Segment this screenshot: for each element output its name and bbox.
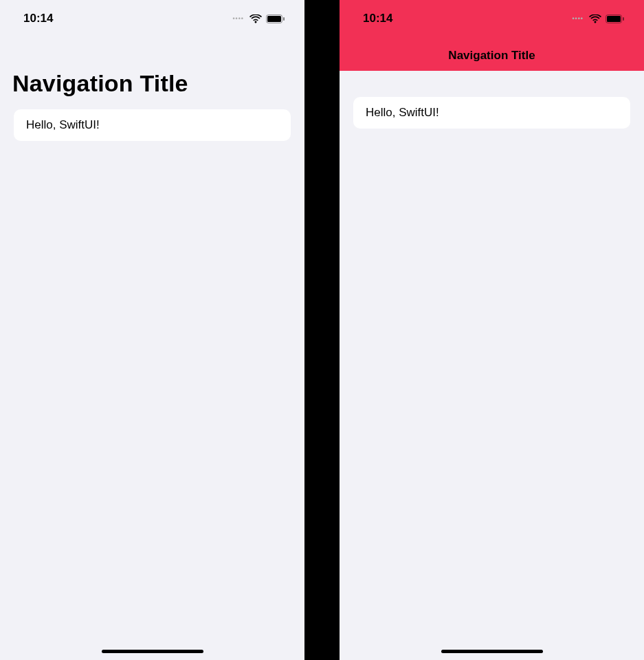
status-time: 10:14 — [363, 12, 392, 25]
status-right: •••• — [232, 14, 285, 23]
phone-screen-right: Navigation Title 10:14 •••• Hello, Swift… — [340, 0, 644, 660]
wifi-icon — [589, 14, 601, 23]
list-content[interactable]: Hello, SwiftUI! — [0, 104, 304, 146]
battery-icon — [606, 14, 625, 23]
home-indicator[interactable] — [441, 650, 543, 653]
status-time: 10:14 — [23, 12, 53, 25]
status-bar: 10:14 •••• — [0, 0, 304, 37]
svg-rect-2 — [283, 17, 285, 21]
battery-icon — [266, 14, 285, 23]
svg-rect-5 — [623, 17, 624, 21]
status-right: •••• — [572, 14, 625, 23]
svg-rect-1 — [267, 16, 281, 22]
home-indicator[interactable] — [102, 650, 203, 653]
svg-rect-4 — [607, 16, 621, 22]
list-row[interactable]: Hello, SwiftUI! — [353, 97, 630, 129]
divider-gap — [304, 0, 340, 660]
navigation-bar-large: Navigation Title — [0, 37, 304, 104]
list-content[interactable]: Hello, SwiftUI! — [340, 97, 644, 129]
status-bar: 10:14 •••• — [340, 0, 644, 37]
cellular-dots-icon: •••• — [572, 15, 584, 22]
cellular-dots-icon: •••• — [232, 15, 244, 22]
list-row[interactable]: Hello, SwiftUI! — [14, 109, 291, 141]
navigation-title-large: Navigation Title — [12, 70, 292, 97]
phone-screen-left: 10:14 •••• Navigation Title Hello, Swift… — [0, 0, 304, 660]
wifi-icon — [249, 14, 262, 23]
navigation-title-inline: Navigation Title — [448, 49, 535, 63]
